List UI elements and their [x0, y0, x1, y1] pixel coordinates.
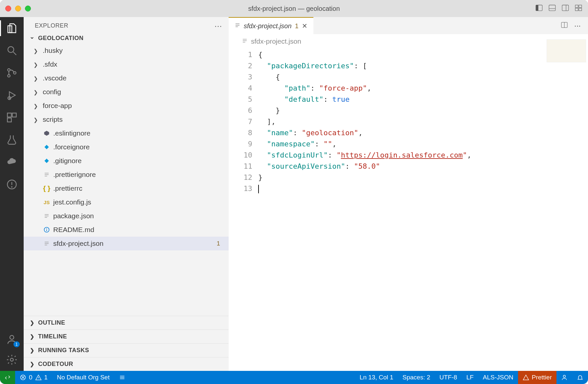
- activity-bar: 1: [0, 17, 24, 371]
- svg-point-24: [11, 358, 13, 361]
- tree-item--forceignore[interactable]: .forceignore: [24, 140, 229, 154]
- code-editor[interactable]: 12345678910111213 { "packageDirectories"…: [229, 49, 588, 194]
- tree-item-package-json[interactable]: package.json: [24, 209, 229, 223]
- window-controls: [5, 6, 31, 11]
- chevron-right-icon: [34, 74, 40, 82]
- tree-item-sfdx-project-json[interactable]: sfdx-project.json1: [24, 237, 229, 250]
- svg-rect-6: [575, 5, 578, 8]
- status-feedback-icon[interactable]: [556, 371, 572, 384]
- titlebar: sfdx-project.json — geolocation: [0, 0, 588, 17]
- status-prettier[interactable]: Prettier: [518, 371, 556, 384]
- file-tree: .husky.sfdx.vscodeconfigforce-appscripts…: [24, 44, 229, 250]
- file-icon: [43, 213, 51, 219]
- tree-item-label: .gitignore: [53, 157, 81, 165]
- info-icon: [43, 226, 51, 233]
- salesforce-cloud-icon[interactable]: [5, 156, 18, 169]
- tree-item-readme-md[interactable]: README.md: [24, 223, 229, 237]
- minimap[interactable]: [547, 39, 586, 62]
- panel-right-icon[interactable]: [561, 4, 570, 13]
- source-control-icon[interactable]: [5, 66, 18, 79]
- panel-left-icon[interactable]: [535, 4, 543, 13]
- file-icon: [242, 37, 248, 45]
- explorer-sidebar: EXPLORER ··· GEOLOCATION .husky.sfdx.vsc…: [24, 17, 229, 371]
- section-label: CODETOUR: [38, 361, 73, 368]
- tree-item--prettierignore[interactable]: .prettierignore: [24, 168, 229, 181]
- tree-item-config[interactable]: config: [24, 85, 229, 99]
- status-language-mode[interactable]: ALS-JSON: [478, 371, 518, 384]
- project-section-header[interactable]: GEOLOCATION: [24, 32, 229, 44]
- status-bell-icon[interactable]: [572, 371, 588, 384]
- tree-item-label: .forceignore: [53, 143, 90, 151]
- breadcrumb[interactable]: sfdx-project.json: [229, 34, 588, 49]
- status-indentation[interactable]: Spaces: 2: [398, 371, 435, 384]
- search-icon[interactable]: [5, 44, 18, 57]
- section-label: RUNNING TASKS: [38, 347, 89, 354]
- testing-icon[interactable]: [5, 133, 18, 146]
- tree-item-force-app[interactable]: force-app: [24, 99, 229, 113]
- tree-item--eslintignore[interactable]: .eslintignore: [24, 126, 229, 140]
- tree-item-jest-config-js[interactable]: JSjest.config.js: [24, 195, 229, 209]
- svg-rect-2: [549, 5, 555, 11]
- svg-rect-1: [536, 5, 538, 11]
- tree-item-label: scripts: [43, 116, 63, 123]
- remote-indicator[interactable]: [0, 371, 15, 384]
- tree-item-scripts[interactable]: scripts: [24, 113, 229, 126]
- accounts-badge: 1: [13, 341, 20, 347]
- accounts-icon[interactable]: 1: [5, 333, 18, 346]
- status-eol[interactable]: LF: [462, 371, 478, 384]
- status-problems[interactable]: 0 1: [15, 371, 52, 384]
- svg-rect-4: [562, 5, 569, 11]
- titlebar-layout-controls: [535, 4, 583, 13]
- tab-sfdx-project-json[interactable]: sfdx-project.json 1 ✕: [229, 17, 313, 34]
- chevron-down-icon: [29, 34, 35, 42]
- tree-item-label: .prettierignore: [53, 171, 96, 179]
- extensions-icon[interactable]: [5, 111, 18, 124]
- settings-gear-icon[interactable]: [5, 353, 18, 366]
- tree-item-label: .prettierrc: [53, 184, 82, 192]
- braces-icon: { }: [43, 184, 51, 192]
- section-timeline[interactable]: TIMELINE: [24, 330, 229, 343]
- close-window-button[interactable]: [5, 6, 11, 11]
- status-bar: 0 1 No Default Org Set Ln 13, Col 1 Spac…: [0, 371, 588, 384]
- status-menu-icon[interactable]: [114, 371, 130, 384]
- org-label: No Default Org Set: [57, 374, 110, 381]
- tree-item-label: .eslintignore: [53, 129, 90, 137]
- explorer-more-icon[interactable]: ···: [215, 24, 222, 28]
- tree-item-label: .sfdx: [43, 60, 57, 68]
- file-icon: [43, 172, 51, 178]
- tree-item--sfdx[interactable]: .sfdx: [24, 57, 229, 71]
- svg-rect-8: [575, 8, 578, 11]
- status-org[interactable]: No Default Org Set: [52, 371, 114, 384]
- split-editor-icon[interactable]: [560, 21, 568, 30]
- tab-close-icon[interactable]: ✕: [302, 22, 307, 30]
- svg-point-36: [46, 228, 47, 229]
- layout-customize-icon[interactable]: [574, 4, 583, 13]
- panel-bottom-icon[interactable]: [548, 4, 556, 13]
- tree-item--gitignore[interactable]: .gitignore: [24, 154, 229, 168]
- status-cursor-position[interactable]: Ln 13, Col 1: [355, 371, 398, 384]
- js-icon: JS: [43, 200, 51, 205]
- tree-item-label: config: [43, 88, 61, 96]
- editor-area: sfdx-project.json 1 ✕ ··· sfdx-project.j…: [229, 17, 588, 371]
- tree-item-label: .vscode: [43, 74, 66, 82]
- minimize-window-button[interactable]: [15, 6, 21, 11]
- error-count: 0: [29, 374, 33, 381]
- section-running-tasks[interactable]: RUNNING TASKS: [24, 343, 229, 357]
- code-body[interactable]: { "packageDirectories": [ { "path": "for…: [258, 49, 588, 194]
- tab-label: sfdx-project.json: [244, 22, 292, 30]
- tree-item--prettierrc[interactable]: { }.prettierrc: [24, 181, 229, 195]
- svg-rect-18: [12, 113, 16, 117]
- section-outline[interactable]: OUTLINE: [24, 316, 229, 330]
- section-codetour[interactable]: CODETOUR: [24, 357, 229, 371]
- svg-rect-9: [579, 8, 582, 11]
- tree-item--vscode[interactable]: .vscode: [24, 71, 229, 85]
- run-debug-icon[interactable]: [5, 89, 18, 102]
- problems-icon[interactable]: [5, 178, 18, 191]
- editor-more-icon[interactable]: ···: [574, 21, 581, 30]
- tree-item--husky[interactable]: .husky: [24, 44, 229, 57]
- svg-rect-19: [8, 118, 11, 122]
- tab-modified-badge: 1: [295, 22, 299, 30]
- zoom-window-button[interactable]: [25, 6, 31, 11]
- status-encoding[interactable]: UTF-8: [435, 371, 462, 384]
- explorer-icon[interactable]: [5, 22, 18, 35]
